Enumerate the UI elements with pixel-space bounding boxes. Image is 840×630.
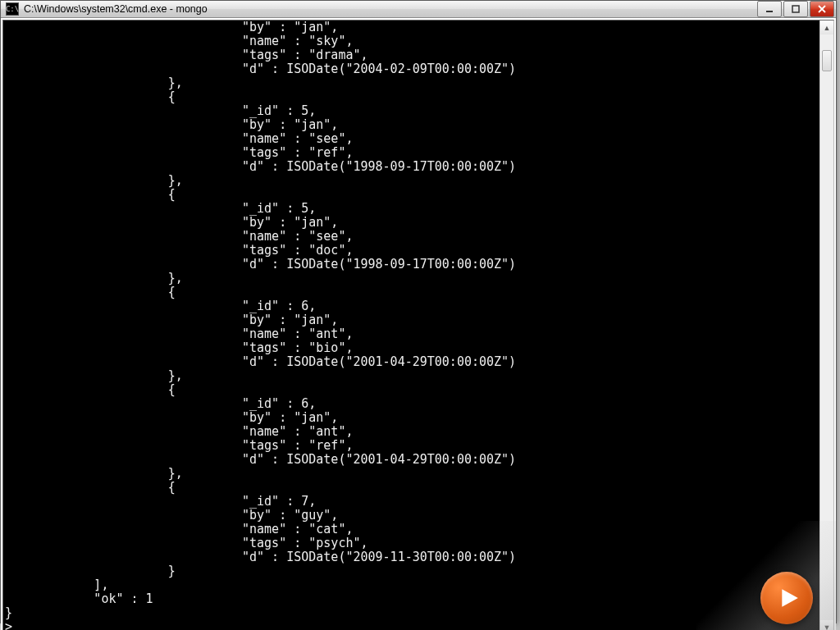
titlebar[interactable]: C:\ C:\Windows\system32\cmd.exe - mongo — [1, 1, 836, 18]
play-button[interactable] — [760, 572, 813, 624]
terminal-output[interactable]: "by" : "jan", "name" : "sky", "tags" : "… — [3, 21, 819, 630]
scroll-up-arrow[interactable]: ▲ — [820, 21, 833, 34]
svg-rect-0 — [766, 11, 773, 12]
minimize-button[interactable] — [757, 1, 782, 17]
cmd-icon: C:\ — [6, 2, 19, 16]
scroll-down-arrow[interactable]: ▼ — [820, 620, 833, 630]
close-button[interactable] — [810, 1, 834, 17]
window-title: C:\Windows\system32\cmd.exe - mongo — [24, 3, 756, 15]
svg-rect-1 — [792, 6, 799, 12]
maximize-button[interactable] — [783, 1, 808, 17]
window-buttons — [756, 1, 834, 17]
client-area: "by" : "jan", "name" : "sky", "tags" : "… — [1, 18, 836, 630]
vertical-scroll-thumb[interactable] — [822, 50, 832, 71]
terminal-container: "by" : "jan", "name" : "sky", "tags" : "… — [2, 20, 834, 630]
vertical-scrollbar[interactable]: ▲ ▼ — [819, 21, 833, 630]
play-icon — [778, 587, 800, 609]
cmd-window: C:\ C:\Windows\system32\cmd.exe - mongo … — [0, 0, 837, 623]
